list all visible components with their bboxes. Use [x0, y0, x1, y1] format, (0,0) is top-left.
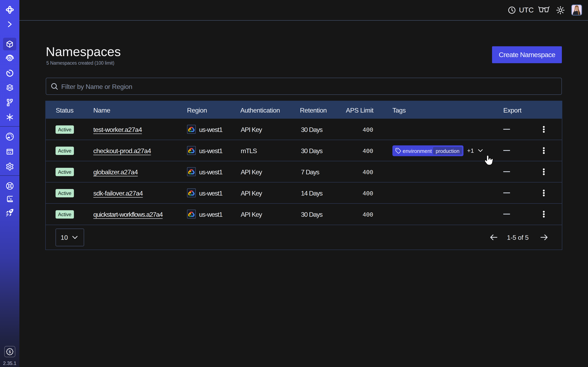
svg-text:$: $: [9, 350, 11, 354]
